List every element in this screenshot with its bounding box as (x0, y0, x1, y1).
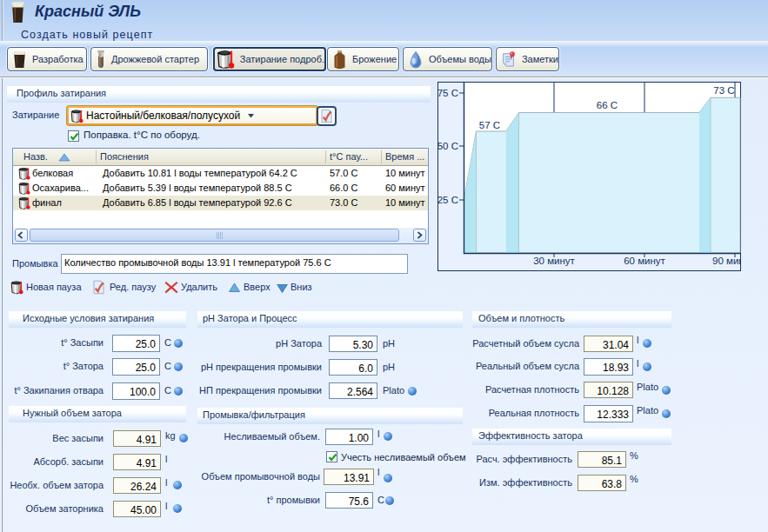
svg-text:66 C: 66 C (597, 100, 618, 110)
svg-text:30 минут: 30 минут (533, 256, 575, 266)
svg-text:25 C: 25 C (437, 195, 458, 205)
svg-text:73 C: 73 C (713, 85, 734, 96)
svg-text:50 C: 50 C (437, 141, 458, 151)
svg-text:75 C: 75 C (437, 88, 458, 98)
svg-text:60 минут: 60 минут (624, 256, 665, 266)
svg-text:90 мину: 90 мину (712, 256, 741, 266)
svg-text:57 C: 57 C (479, 120, 500, 130)
